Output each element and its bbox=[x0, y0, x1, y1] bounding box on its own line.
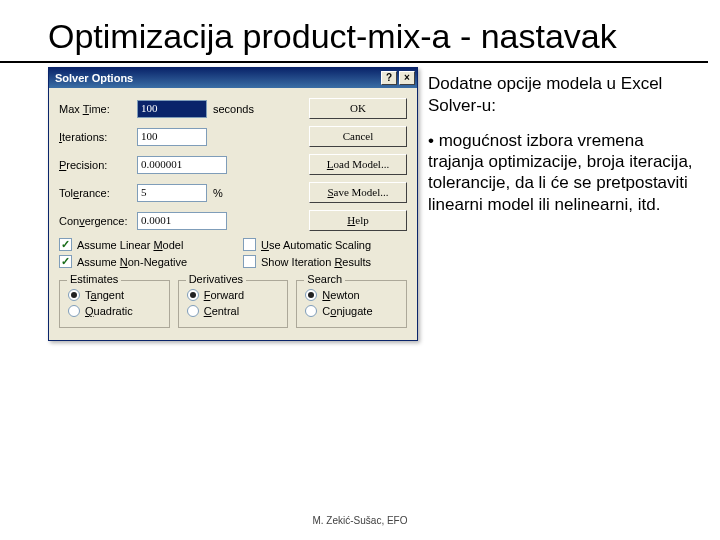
tolerance-input[interactable]: 5 bbox=[137, 184, 207, 202]
solver-options-dialog: Solver Options ? × Max Time: 100 seconds… bbox=[48, 67, 418, 341]
estimates-group: Estimates Tangent Quadratic bbox=[59, 280, 170, 328]
search-group: Search Newton Conjugate bbox=[296, 280, 407, 328]
show-iteration-label: Show Iteration Results bbox=[261, 256, 371, 268]
forward-label: Forward bbox=[204, 289, 244, 301]
explanation-text: Dodatne opcije modela u Excel Solver-u: … bbox=[428, 67, 698, 341]
assume-nonneg-checkbox[interactable]: ✓ bbox=[59, 255, 72, 268]
assume-linear-label: Assume Linear Model bbox=[77, 239, 183, 251]
convergence-input[interactable]: 0.0001 bbox=[137, 212, 227, 230]
tangent-radio[interactable] bbox=[68, 289, 80, 301]
close-icon[interactable]: × bbox=[399, 71, 415, 85]
newton-radio[interactable] bbox=[305, 289, 317, 301]
tangent-label: Tangent bbox=[85, 289, 124, 301]
iterations-label: Iterations: bbox=[59, 131, 131, 143]
dialog-titlebar: Solver Options ? × bbox=[49, 68, 417, 88]
iterations-input[interactable]: 100 bbox=[137, 128, 207, 146]
conjugate-label: Conjugate bbox=[322, 305, 372, 317]
cancel-button[interactable]: Cancel bbox=[309, 126, 407, 147]
bullet-line: • mogućnost izbora vremena trajanja opti… bbox=[428, 130, 698, 215]
intro-line: Dodatne opcije modela u Excel Solver-u: bbox=[428, 73, 698, 116]
save-model-button[interactable]: Save Model... bbox=[309, 182, 407, 203]
estimates-title: Estimates bbox=[67, 273, 121, 285]
derivatives-group: Derivatives Forward Central bbox=[178, 280, 289, 328]
help-icon[interactable]: ? bbox=[381, 71, 397, 85]
assume-nonneg-label: Assume Non-Negative bbox=[77, 256, 187, 268]
assume-linear-checkbox[interactable]: ✓ bbox=[59, 238, 72, 251]
max-time-label: Max Time: bbox=[59, 103, 131, 115]
ok-button[interactable]: OK bbox=[309, 98, 407, 119]
forward-radio[interactable] bbox=[187, 289, 199, 301]
slide-footer: M. Zekić-Sušac, EFO bbox=[0, 515, 720, 526]
seconds-label: seconds bbox=[213, 103, 269, 115]
quadratic-radio[interactable] bbox=[68, 305, 80, 317]
precision-label: Precision: bbox=[59, 159, 131, 171]
load-model-button[interactable]: Load Model... bbox=[309, 154, 407, 175]
auto-scaling-checkbox[interactable] bbox=[243, 238, 256, 251]
central-radio[interactable] bbox=[187, 305, 199, 317]
central-label: Central bbox=[204, 305, 239, 317]
tolerance-label: Tolerance: bbox=[59, 187, 131, 199]
convergence-label: Convergence: bbox=[59, 215, 131, 227]
precision-input[interactable]: 0.000001 bbox=[137, 156, 227, 174]
conjugate-radio[interactable] bbox=[305, 305, 317, 317]
percent-label: % bbox=[213, 187, 269, 199]
max-time-input[interactable]: 100 bbox=[137, 100, 207, 118]
slide-title: Optimizacija product-mix-a - nastavak bbox=[0, 0, 708, 63]
derivatives-title: Derivatives bbox=[186, 273, 246, 285]
help-button[interactable]: Help bbox=[309, 210, 407, 231]
newton-label: Newton bbox=[322, 289, 359, 301]
dialog-title: Solver Options bbox=[55, 72, 133, 84]
show-iteration-checkbox[interactable] bbox=[243, 255, 256, 268]
auto-scaling-label: Use Automatic Scaling bbox=[261, 239, 371, 251]
search-title: Search bbox=[304, 273, 345, 285]
quadratic-label: Quadratic bbox=[85, 305, 133, 317]
